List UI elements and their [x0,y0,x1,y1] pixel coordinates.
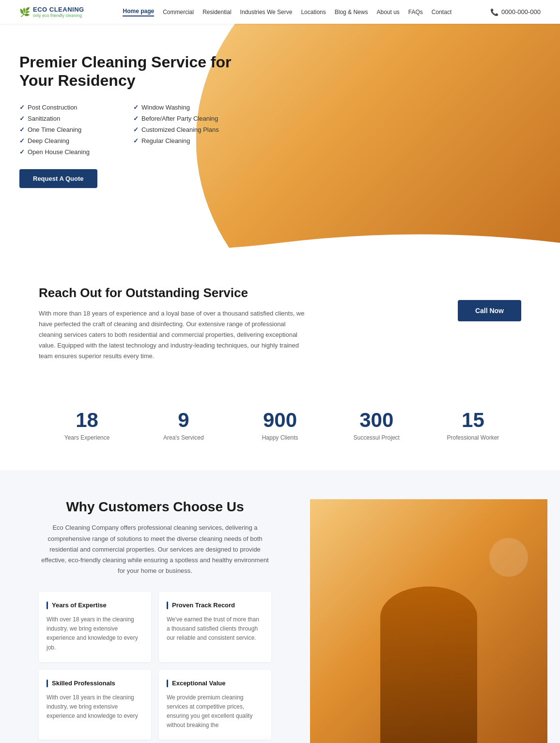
stat-years-label: Years Experience [44,434,130,441]
why-card-value-title: Exceptional Value [172,680,226,687]
why-card-professionals: Skilled Professionals With over 18 years… [39,670,151,740]
service-label: Deep Cleaning [28,137,69,144]
service-party-cleaning: ✓ Before/After Party Cleaning [133,115,233,122]
why-card-track-text: We've earned the trust of more than a th… [167,615,264,643]
call-now-button[interactable]: Call Now [458,300,521,321]
stat-projects: 300 Successul Project [328,400,425,451]
why-card-title: Years of Expertise [47,601,143,609]
logo-leaf-icon: 🌿 [19,7,30,17]
check-icon: ✓ [133,104,139,111]
why-card-expertise: Years of Expertise With over 18 years in… [39,592,151,662]
card-accent-icon [167,601,168,609]
hero-title: Premier Cleaning Service for Your Reside… [19,53,233,90]
service-regular: ✓ Regular Cleaning [133,137,233,144]
reach-out-title: Reach Out for Outstanding Service [39,285,438,300]
why-card-professionals-text: With over 18 years in the cleaning indus… [47,693,143,721]
service-customized: ✓ Customized Cleaning Plans [133,126,233,133]
card-accent-icon [47,680,48,687]
stat-clients-label: Happy Clients [236,434,323,441]
why-card-value-text: We provide premium cleaning services at … [167,693,264,730]
stat-projects-label: Successul Project [333,434,420,441]
why-card-value: Exceptional Value We provide premium cle… [159,670,271,740]
check-icon: ✓ [133,126,139,133]
nav-industries[interactable]: Industries We Serve [240,9,293,16]
nav-residential[interactable]: Residential [202,9,231,16]
nav-home[interactable]: Home page [123,8,154,16]
nav-faqs[interactable]: FAQs [408,9,423,16]
why-right-image [310,499,547,743]
stats-section: 18 Years Experience 9 Area's Serviced 90… [0,381,560,470]
service-window-washing: ✓ Window Washing [133,104,233,111]
why-cards: Years of Expertise With over 18 years in… [39,592,271,740]
why-card-track-record: Proven Track Record We've earned the tru… [159,592,271,662]
phone-number: 0000-000-000 [501,8,541,16]
stat-projects-number: 300 [333,410,420,430]
check-icon: ✓ [19,126,25,133]
hero-wave [0,228,560,256]
why-card-expertise-text: With over 18 years in the cleaning indus… [47,615,143,652]
why-person-silhouette [380,586,477,743]
service-label: Customized Cleaning Plans [141,126,219,133]
nav-commercial[interactable]: Commercial [163,9,194,16]
why-text: Eco Cleaning Company offers professional… [39,522,271,576]
decorative-circle [489,538,528,577]
service-deep-cleaning: ✓ Deep Cleaning [19,137,119,144]
stat-workers: 15 Professional Worker [425,400,521,451]
check-icon: ✓ [19,104,25,111]
navbar: 🌿 ECO CLEANING only eco friendly cleanin… [0,0,560,24]
hero-section: Premier Cleaning Service for Your Reside… [0,24,560,256]
service-label: Open House Cleaning [28,148,90,156]
nav-links: Home page Commercial Residential Industr… [123,8,451,16]
check-icon: ✓ [133,115,139,122]
stat-areas: 9 Area's Serviced [135,400,232,451]
why-card-professionals-title: Skilled Professionals [52,680,115,687]
why-card-title: Skilled Professionals [47,680,143,687]
stat-clients: 900 Happy Clients [232,400,328,451]
request-quote-button[interactable]: Request A Quote [19,169,97,188]
service-label: Post Construction [28,104,78,111]
check-icon: ✓ [19,148,25,156]
check-icon: ✓ [133,137,139,144]
nav-contact[interactable]: Contact [432,9,451,16]
stat-areas-number: 9 [140,410,227,430]
reach-out-left: Reach Out for Outstanding Service With m… [39,285,438,362]
logo-text: ECO CLEANING [33,6,84,13]
why-card-title: Exceptional Value [167,680,264,687]
service-open-house: ✓ Open House Cleaning [19,148,119,156]
why-left: Why Customers Choose Us Eco Cleaning Com… [0,499,310,743]
service-label: Sanitization [28,115,60,122]
nav-phone: 📞 0000-000-000 [490,8,541,16]
card-accent-icon [47,601,48,609]
phone-icon: 📞 [490,8,498,16]
service-one-time: ✓ One Time Cleaning [19,126,119,133]
logo-tagline: only eco friendly cleaning [33,13,84,18]
service-label: Window Washing [141,104,190,111]
hero-content: Premier Cleaning Service for Your Reside… [0,24,252,207]
stat-years-number: 18 [44,410,130,430]
card-accent-icon [167,680,168,687]
nav-about[interactable]: About us [376,9,399,16]
nav-blog[interactable]: Blog & News [335,9,368,16]
why-card-title: Proven Track Record [167,601,264,609]
reach-out-right: Call Now [458,285,521,321]
check-icon: ✓ [19,115,25,122]
service-sanitization: ✓ Sanitization [19,115,119,122]
stat-workers-label: Professional Worker [430,434,516,441]
reach-out-text: With more than 18 years of experience an… [39,308,310,362]
service-label: Regular Cleaning [141,137,190,144]
service-label: One Time Cleaning [28,126,81,133]
logo: 🌿 ECO CLEANING only eco friendly cleanin… [19,6,84,18]
stat-years: 18 Years Experience [39,400,135,451]
check-icon: ✓ [19,137,25,144]
stat-areas-label: Area's Serviced [140,434,227,441]
why-title: Why Customers Choose Us [39,499,271,515]
why-card-track-title: Proven Track Record [172,601,235,609]
services-list: ✓ Post Construction ✓ Window Washing ✓ S… [19,104,233,156]
service-post-construction: ✓ Post Construction [19,104,119,111]
why-section: Why Customers Choose Us Eco Cleaning Com… [0,470,560,743]
stat-workers-number: 15 [430,410,516,430]
nav-locations[interactable]: Locations [301,9,326,16]
service-label: Before/After Party Cleaning [141,115,218,122]
reach-out-section: Reach Out for Outstanding Service With m… [0,256,560,381]
stat-clients-number: 900 [236,410,323,430]
